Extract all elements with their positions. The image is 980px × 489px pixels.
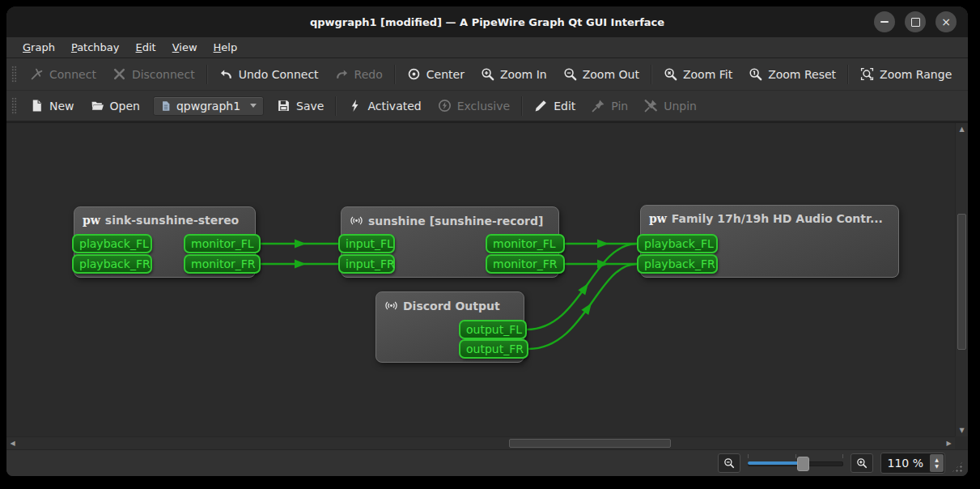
scroll-up-button[interactable]: ▲ bbox=[956, 123, 968, 135]
port-input[interactable]: input_FL bbox=[338, 234, 395, 253]
activated-bolt-icon bbox=[348, 99, 362, 113]
broadcast-icon bbox=[384, 299, 398, 313]
exclusive-button[interactable]: Exclusive bbox=[430, 94, 518, 117]
undo-connect-button[interactable]: Undo Connect bbox=[211, 62, 327, 86]
slider-tick bbox=[842, 454, 843, 458]
title-bar[interactable]: qpwgraph1 [modified] — A PipeWire Graph … bbox=[6, 6, 968, 37]
zoom-fit-icon bbox=[664, 67, 677, 81]
new-button[interactable]: New bbox=[22, 94, 83, 117]
zoom-fit-label: Zoom Fit bbox=[683, 68, 732, 81]
open-label: Open bbox=[110, 100, 140, 113]
node-title: sink-sunshine-stereo bbox=[105, 214, 239, 227]
zoom-range-icon bbox=[860, 67, 874, 81]
graph-view: pw sink-sunshine-stereo playback_FL play… bbox=[6, 122, 968, 449]
zoom-in-label: Zoom In bbox=[500, 68, 547, 81]
disconnect-label: Disconnect bbox=[132, 68, 195, 81]
redo-button[interactable]: Redo bbox=[327, 62, 391, 86]
node-title: Discord Output bbox=[403, 300, 500, 313]
menu-graph[interactable]: Graph bbox=[15, 39, 63, 56]
pipewire-icon: pw bbox=[83, 215, 100, 226]
node-header: sunshine [sunshine-record] bbox=[342, 207, 558, 234]
vertical-scrollbar-thumb[interactable] bbox=[957, 214, 966, 350]
graph-canvas[interactable]: pw sink-sunshine-stereo playback_FL play… bbox=[6, 123, 955, 436]
zoom-in-button[interactable]: Zoom In bbox=[473, 62, 555, 86]
save-icon bbox=[277, 99, 291, 113]
port-input[interactable]: playback_FL bbox=[637, 234, 718, 253]
close-button[interactable]: × bbox=[935, 11, 957, 32]
port-input[interactable]: input_FR bbox=[338, 254, 395, 274]
zoom-out-label: Zoom Out bbox=[583, 68, 639, 81]
menu-view[interactable]: View bbox=[164, 39, 206, 56]
menu-help[interactable]: Help bbox=[206, 39, 246, 56]
scroll-left-button[interactable]: ◀ bbox=[6, 437, 19, 449]
node-header: pw sink-sunshine-stereo bbox=[74, 207, 255, 233]
patchbay-selector[interactable]: qpwgraph1 bbox=[153, 96, 264, 116]
zoom-slider-handle[interactable] bbox=[797, 457, 809, 471]
status-zoom-in-button[interactable] bbox=[851, 453, 873, 473]
connect-button[interactable]: Connect bbox=[22, 62, 104, 86]
port-input[interactable]: playback_FR bbox=[72, 254, 152, 274]
unpin-button[interactable]: Unpin bbox=[636, 94, 705, 117]
toolbar-drag-handle[interactable] bbox=[11, 66, 17, 83]
edit-pencil-icon bbox=[534, 99, 548, 113]
status-zoom-out-button[interactable] bbox=[718, 453, 740, 473]
zoom-out-icon bbox=[723, 457, 735, 469]
pin-icon bbox=[592, 99, 605, 113]
port-output[interactable]: output_FL bbox=[459, 320, 527, 339]
zoom-reset-icon bbox=[749, 67, 762, 81]
window-controls: × bbox=[874, 11, 957, 32]
horizontal-scrollbar[interactable]: ◀ ▶ bbox=[6, 436, 955, 449]
pin-button[interactable]: Pin bbox=[583, 94, 636, 117]
zoom-percent-spinbox[interactable]: 110 % ▲ ▼ bbox=[880, 453, 945, 474]
undo-icon bbox=[219, 67, 233, 81]
port-output[interactable]: monitor_FL bbox=[486, 234, 565, 253]
port-output[interactable]: monitor_FR bbox=[486, 254, 565, 274]
disconnect-button[interactable]: Disconnect bbox=[104, 62, 203, 86]
unpin-icon bbox=[644, 99, 658, 113]
vertical-scrollbar[interactable]: ▲ ▼ bbox=[955, 123, 968, 436]
menu-edit[interactable]: Edit bbox=[128, 39, 164, 56]
open-button[interactable]: Open bbox=[83, 94, 148, 117]
zoom-fit-button[interactable]: Zoom Fit bbox=[655, 62, 740, 86]
patchbay-toolbar: New Open qpwgraph1 Save Activated Exclus… bbox=[6, 90, 968, 122]
unpin-label: Unpin bbox=[664, 100, 697, 113]
center-button[interactable]: Center bbox=[399, 62, 473, 86]
exclusive-icon bbox=[438, 99, 452, 113]
zoom-out-button[interactable]: Zoom Out bbox=[555, 62, 647, 86]
maximize-button[interactable] bbox=[905, 11, 926, 32]
spin-down-icon[interactable]: ▼ bbox=[935, 463, 939, 470]
undo-connect-label: Undo Connect bbox=[239, 68, 319, 81]
center-label: Center bbox=[426, 68, 465, 81]
edit-label: Edit bbox=[554, 100, 575, 113]
port-input[interactable]: playback_FR bbox=[637, 254, 718, 274]
menu-patchbay[interactable]: Patchbay bbox=[63, 39, 128, 56]
maximize-icon bbox=[911, 18, 920, 27]
scroll-down-button[interactable]: ▼ bbox=[956, 424, 968, 436]
port-output[interactable]: monitor_FR bbox=[184, 254, 261, 274]
zoom-reset-label: Zoom Reset bbox=[768, 68, 836, 81]
window-resize-grip[interactable] bbox=[951, 461, 964, 474]
zoom-range-button[interactable]: Zoom Range bbox=[852, 62, 960, 86]
minimize-icon bbox=[880, 21, 889, 23]
zoom-out-icon bbox=[563, 67, 577, 81]
app-window: qpwgraph1 [modified] — A PipeWire Graph … bbox=[6, 6, 968, 476]
scroll-right-button[interactable]: ▶ bbox=[943, 437, 955, 449]
open-folder-icon bbox=[91, 99, 104, 113]
save-button[interactable]: Save bbox=[269, 94, 332, 117]
port-input[interactable]: playback_FL bbox=[72, 234, 152, 253]
port-output[interactable]: output_FR bbox=[459, 339, 528, 359]
zoom-slider[interactable] bbox=[748, 456, 843, 470]
spinbox-buttons[interactable]: ▲ ▼ bbox=[930, 454, 944, 472]
connect-label: Connect bbox=[49, 68, 96, 81]
zoom-reset-button[interactable]: Zoom Reset bbox=[740, 62, 844, 86]
zoom-in-icon bbox=[856, 457, 868, 469]
horizontal-scrollbar-thumb[interactable] bbox=[509, 439, 671, 448]
minimize-button[interactable] bbox=[874, 11, 895, 32]
edit-button[interactable]: Edit bbox=[526, 94, 583, 117]
redo-label: Redo bbox=[354, 68, 383, 81]
port-output[interactable]: monitor_FL bbox=[184, 234, 261, 253]
spin-up-icon[interactable]: ▲ bbox=[935, 457, 939, 463]
node-title: sunshine [sunshine-record] bbox=[368, 215, 543, 227]
activated-button[interactable]: Activated bbox=[340, 94, 429, 117]
toolbar-drag-handle[interactable] bbox=[11, 97, 17, 115]
